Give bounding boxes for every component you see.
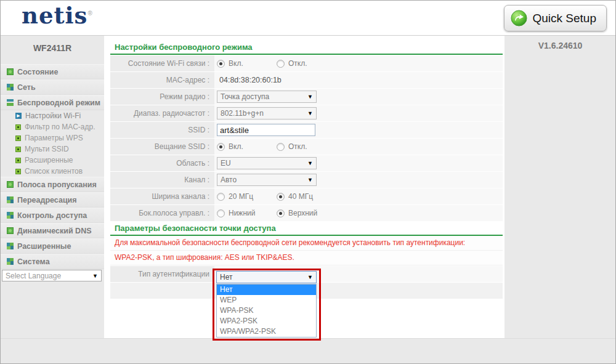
radio-icon[interactable]	[277, 143, 285, 151]
wireless-settings-form: Состояние Wi-Fi связи :Вкл.Откл.MAC-адре…	[110, 55, 503, 221]
dropdown-option[interactable]: WPA/WPA2-PSK	[217, 326, 316, 337]
chevron-down-icon: ▼	[92, 273, 98, 279]
select-field[interactable]: Авто▼	[217, 174, 317, 186]
security-warning-line2: WPA2-PSK, а тип шифрования: AES или TKIP…	[110, 251, 503, 265]
table-row: Вещание SSID :Вкл.Откл.	[110, 139, 503, 155]
sidebar-item[interactable]: Система	[1, 254, 104, 269]
sidebar-item[interactable]: Беспроводной режим	[1, 95, 104, 110]
radio-option-label: 40 МГц	[288, 192, 313, 201]
sidebar-item-label: Мульти SSID	[25, 145, 69, 153]
registered-mark: ®	[87, 10, 92, 17]
sidebar-item[interactable]: Расширенные	[1, 155, 104, 166]
auth-type-select[interactable]: Нет ▼	[216, 271, 317, 283]
sidebar-item[interactable]: Список клиентов	[1, 166, 104, 177]
language-select[interactable]: Select Language ▼	[2, 270, 102, 281]
table-row: SSID :	[110, 122, 503, 138]
sidebar-item-label: Динамический DNS	[17, 227, 92, 235]
dropdown-option[interactable]: WPA2-PSK	[217, 316, 316, 326]
quick-setup-icon	[511, 10, 527, 26]
radio-icon[interactable]	[217, 143, 225, 151]
radio-option-label: 20 МГц	[229, 192, 253, 201]
sidebar-item-label: Расширенные	[25, 156, 73, 164]
dot-icon	[15, 158, 21, 163]
blocks-icon	[7, 258, 14, 265]
row-content: Вкл.Откл.	[214, 139, 503, 155]
sidebar-item-label: Полоса пропускания	[17, 180, 97, 189]
radio-option[interactable]: Вкл.	[217, 142, 277, 151]
table-row: Ширина канала :20 МГц40 МГц	[110, 188, 503, 204]
radio-icon[interactable]	[277, 60, 285, 68]
radio-icon[interactable]	[217, 209, 225, 217]
radio-option[interactable]: Верхний	[277, 209, 336, 217]
sidebar-item[interactable]: Полоса пропускания	[1, 177, 104, 192]
router-admin-page: netis® Quick Setup WF2411R СостояниеСеть…	[0, 0, 616, 364]
chevron-down-icon: ▼	[307, 110, 313, 116]
text-input[interactable]	[217, 124, 315, 136]
sidebar-item[interactable]: Мульти SSID	[1, 144, 104, 155]
sidebar-item[interactable]: Состояние	[1, 64, 104, 79]
radio-option[interactable]: Нижний	[217, 209, 277, 217]
row-content: 04:8d:38:20:60:1b	[214, 72, 503, 88]
radio-option[interactable]: Откл.	[277, 59, 336, 68]
radio-option-label: Откл.	[288, 59, 307, 68]
netis-logo: netis®	[22, 2, 93, 29]
square-icon	[7, 181, 14, 188]
sidebar-item[interactable]: Расширенные	[1, 238, 104, 254]
sidebar-item-label: Расширенные	[17, 242, 71, 251]
select-value: EU	[221, 159, 231, 168]
sidebar-item[interactable]: Сеть	[1, 79, 104, 95]
sidebar-item[interactable]: Фильтр по MAC-адр.	[1, 121, 104, 132]
arrow-icon: ▶	[15, 113, 22, 119]
dot-icon	[15, 169, 21, 174]
sidebar-item-label: Система	[17, 257, 50, 266]
dropdown-option[interactable]: WPA-PSK	[217, 305, 316, 316]
table-row: MAC-адрес :04:8d:38:20:60:1b	[110, 72, 503, 88]
sidebar-item[interactable]: Параметры WPS	[1, 132, 104, 144]
row-content	[214, 122, 503, 138]
select-field[interactable]: 802.11b+g+n▼	[217, 107, 317, 119]
blocks-icon	[7, 212, 14, 219]
row-label: Диапаз. радиочастот :	[110, 105, 214, 121]
select-field[interactable]: Точка доступа▼	[217, 91, 317, 103]
row-content: EU▼	[214, 155, 503, 171]
quick-setup-button[interactable]: Quick Setup	[504, 5, 607, 31]
sidebar-item[interactable]: Динамический DNS	[1, 223, 104, 238]
sidebar-item[interactable]: Контроль доступа	[1, 208, 104, 223]
sidebar: WF2411R СостояниеСетьБеспроводной режим▶…	[1, 36, 104, 338]
auth-type-select-value: Нет	[220, 273, 232, 281]
sidebar-item-label: Состояние	[17, 68, 58, 76]
row-label: Вещание SSID :	[110, 139, 214, 155]
radio-option-label: Откл.	[288, 142, 307, 151]
radio-icon[interactable]	[217, 193, 225, 201]
radio-icon[interactable]	[277, 193, 285, 201]
radio-icon[interactable]	[217, 60, 225, 68]
square-icon	[7, 68, 14, 75]
table-row: Состояние Wi-Fi связи :Вкл.Откл.	[110, 55, 503, 71]
dropdown-option[interactable]: WEP	[217, 295, 316, 305]
row-label: Ширина канала :	[110, 188, 214, 204]
bars-icon	[7, 99, 14, 106]
auth-type-label: Тип аутентификации	[110, 266, 214, 282]
sidebar-item-label: Параметры WPS	[25, 134, 83, 142]
sidebar-item[interactable]: Переадресация	[1, 192, 104, 208]
radio-option[interactable]: Откл.	[277, 142, 336, 151]
language-select-value: Select Language	[6, 272, 61, 280]
select-field[interactable]: EU▼	[217, 157, 317, 169]
radio-option[interactable]: 20 МГц	[217, 192, 277, 201]
radio-option[interactable]: Вкл.	[217, 59, 277, 68]
dropdown-option[interactable]: Нет	[217, 285, 316, 295]
footer	[1, 338, 615, 364]
security-warning-line1: Для максимальной безопасности беспроводн…	[110, 236, 503, 251]
sidebar-item-label: Фильтр по MAC-адр.	[25, 123, 95, 131]
wireless-settings-title: Настройки беспроводного режима	[110, 42, 503, 55]
sidebar-item[interactable]: ▶Настройки Wi-Fi	[1, 110, 104, 121]
select-value: Авто	[221, 176, 237, 184]
quick-setup-label: Quick Setup	[533, 12, 597, 25]
table-row: Область :EU▼	[110, 155, 503, 171]
row-label: SSID :	[110, 122, 214, 138]
radio-option[interactable]: 40 МГц	[277, 192, 336, 201]
row-label: Область :	[110, 155, 214, 171]
radio-icon[interactable]	[277, 209, 285, 217]
row-content: НижнийВерхний	[214, 205, 503, 221]
table-row: Диапаз. радиочастот :802.11b+g+n▼	[110, 105, 503, 121]
